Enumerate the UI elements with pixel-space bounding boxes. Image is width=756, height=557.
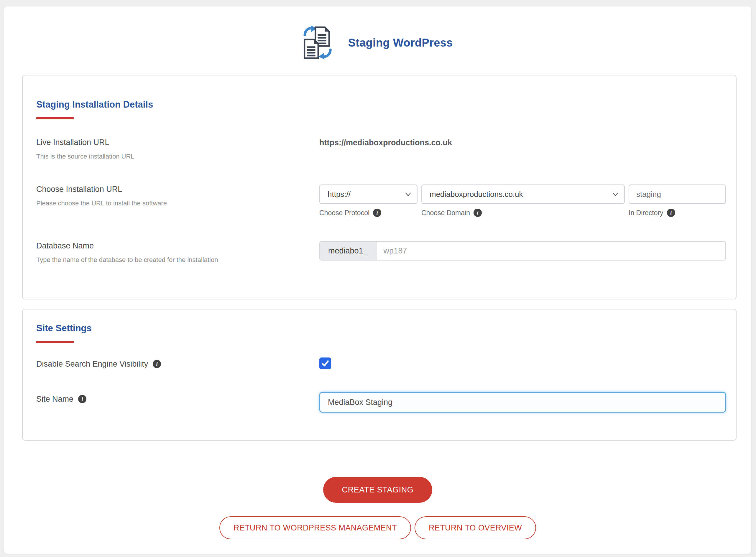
page-title: Staging WordPress (348, 36, 453, 49)
protocol-sublabel: Choose Protocol i (319, 209, 418, 217)
site-name-row: Site Name i (36, 394, 726, 413)
site-name-input[interactable] (319, 392, 726, 413)
database-name-input[interactable] (376, 242, 725, 260)
database-name-row: Database Name Type the name of the datab… (36, 241, 726, 264)
chevron-down-icon (405, 193, 411, 196)
check-icon (321, 360, 329, 367)
page-header: Staging WordPress (4, 6, 751, 61)
protocol-sublabel-text: Choose Protocol (319, 209, 369, 217)
chevron-down-icon (612, 193, 618, 196)
main-card: Staging WordPress Staging Installation D… (4, 6, 751, 554)
choose-url-description: Please choose the URL to install the sof… (36, 199, 319, 207)
live-url-row: Live Installation URL This is the source… (36, 138, 726, 160)
database-name-description: Type the name of the database to be crea… (36, 256, 319, 264)
info-icon[interactable]: i (474, 209, 482, 217)
directory-input[interactable] (628, 184, 726, 204)
return-overview-button[interactable]: RETURN TO OVERVIEW (415, 516, 536, 539)
site-name-label-text: Site Name (36, 394, 74, 404)
domain-select-value: mediaboxproductions.co.uk (429, 190, 523, 199)
installation-details-heading: Staging Installation Details (36, 99, 726, 110)
search-visibility-checkbox[interactable] (319, 357, 331, 369)
create-staging-button[interactable]: CREATE STAGING (323, 477, 432, 503)
return-wordpress-management-button[interactable]: RETURN TO WORDPRESS MANAGEMENT (219, 516, 411, 539)
choose-url-label: Choose Installation URL (36, 184, 319, 194)
info-icon[interactable]: i (373, 209, 381, 217)
staging-copy-documents-icon (303, 25, 336, 61)
live-url-label: Live Installation URL (36, 138, 319, 147)
info-icon[interactable]: i (78, 395, 86, 403)
search-visibility-label: Disable Search Engine Visibility i (36, 359, 319, 369)
site-name-label: Site Name i (36, 394, 319, 404)
database-name-label: Database Name (36, 241, 319, 251)
info-icon[interactable]: i (153, 360, 161, 368)
database-name-input-group: mediabo1_ (319, 241, 726, 261)
database-prefix: mediabo1_ (320, 242, 376, 260)
heading-accent-line (36, 117, 74, 119)
domain-sublabel-text: Choose Domain (421, 209, 470, 217)
site-settings-panel: Site Settings Disable Search Engine Visi… (22, 309, 736, 441)
site-settings-heading: Site Settings (36, 323, 726, 334)
installation-details-panel: Staging Installation Details Live Instal… (22, 75, 736, 299)
search-visibility-label-text: Disable Search Engine Visibility (36, 359, 148, 369)
choose-url-row: Choose Installation URL Please choose th… (36, 184, 726, 217)
actions-area: CREATE STAGING RETURN TO WORDPRESS MANAG… (4, 477, 751, 539)
domain-sublabel: Choose Domain i (421, 209, 625, 217)
info-icon[interactable]: i (667, 209, 675, 217)
domain-select[interactable]: mediaboxproductions.co.uk (421, 184, 625, 204)
live-url-value: https://mediaboxproductions.co.uk (319, 138, 726, 148)
protocol-select[interactable]: https:// (319, 184, 418, 204)
live-url-description: This is the source installation URL (36, 152, 319, 160)
heading-accent-line (36, 341, 74, 343)
directory-sublabel-text: In Directory (628, 209, 664, 217)
search-visibility-row: Disable Search Engine Visibility i (36, 359, 726, 369)
directory-sublabel: In Directory i (628, 209, 726, 217)
protocol-select-value: https:// (328, 190, 351, 199)
